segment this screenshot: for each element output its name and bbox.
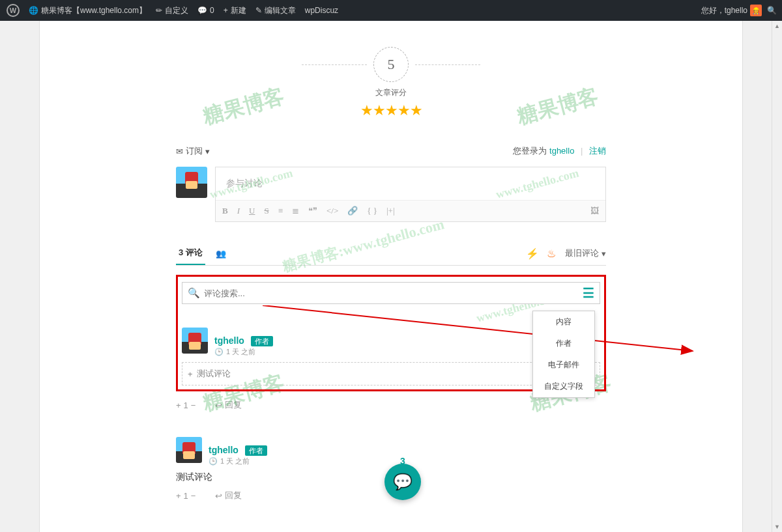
code-button[interactable]: </> (326, 206, 338, 216)
comment-avatar (182, 328, 208, 354)
tab-users-icon[interactable]: 👥 (216, 249, 226, 259)
rating-score: 5 (373, 47, 409, 82)
editor-toolbar: B I U S ≡ ≣ ❝❞ </> 🔗 { } |+| 🖼 (216, 200, 605, 221)
sort-dropdown[interactable]: 最旧评论 ▾ (565, 247, 606, 259)
reply-icon: ↩ (215, 491, 222, 501)
dropdown-item-content[interactable]: 内容 (533, 311, 594, 333)
rating-block: 5 文章评分 ★★★★★ (176, 47, 606, 119)
upvote-button[interactable]: + (176, 491, 181, 501)
clock-icon: 🕒 (209, 457, 218, 466)
author-badge: 作者 (245, 445, 267, 456)
scrollbar[interactable]: ▲ ▼ (772, 21, 782, 532)
page-content: 糖果博客 糖果博客 www.tghello.com www.tghello.co… (39, 21, 743, 532)
wp-admin-bar: W 🌐 糖果博客【www.tghello.com】 ✏ 自定义 💬 0 + 新建… (0, 0, 782, 21)
italic-button[interactable]: I (237, 206, 240, 216)
username-link[interactable]: tghello (549, 146, 574, 156)
vote-count: 1 (184, 491, 188, 501)
quote-button[interactable]: ❝❞ (308, 206, 317, 216)
comment-search[interactable]: 🔍 ☰ (182, 282, 600, 304)
comment-textarea[interactable]: 参与讨论 (216, 167, 605, 200)
author-badge: 作者 (251, 336, 273, 346)
reply-button[interactable]: ↩ 回复 (215, 490, 242, 501)
wpdiscuz-link[interactable]: wpDiscuz (305, 6, 338, 15)
comment-author[interactable]: tghello (209, 445, 239, 455)
comment-actions: + 1 − ↩ 回复 (176, 399, 606, 411)
dropdown-item-author[interactable]: 作者 (533, 333, 594, 354)
comment-author[interactable]: tghello (214, 335, 244, 346)
underline-button[interactable]: U (249, 206, 255, 216)
ul-button[interactable]: ≣ (292, 206, 299, 216)
comments-link[interactable]: 💬 0 (197, 6, 214, 15)
bolt-icon[interactable]: ⚡ (526, 247, 539, 260)
rating-label: 文章评分 (176, 87, 606, 98)
plus-button[interactable]: |+| (386, 206, 395, 216)
reply-icon: ↩ (215, 400, 222, 410)
scroll-down[interactable]: ▼ (772, 522, 782, 532)
fire-icon[interactable]: ♨ (547, 247, 556, 260)
user-avatar (176, 167, 207, 198)
login-info: 您登录为 tghello | 注销 (513, 145, 606, 157)
highlight-box: 🔍 ☰ 内容 作者 电子邮件 自定义字段 tghello 作者 (176, 275, 606, 391)
downvote-button[interactable]: − (191, 491, 196, 501)
comment-avatar (176, 437, 202, 463)
edit-post-link[interactable]: ✎ 编辑文章 (255, 5, 296, 16)
clock-icon: 🕒 (214, 348, 224, 356)
greeting[interactable]: 您好，tghello 👷 (701, 5, 762, 16)
search-icon: 🔍 (188, 287, 200, 299)
rating-stars[interactable]: ★★★★★ (176, 102, 606, 119)
hamburger-icon[interactable]: ☰ (583, 285, 594, 301)
dropdown-item-email[interactable]: 电子邮件 (533, 354, 594, 376)
comment-editor[interactable]: 参与讨论 B I U S ≡ ≣ ❝❞ </> 🔗 { } |+| 🖼 (215, 167, 606, 222)
chat-icon: 💬 (393, 473, 413, 491)
site-name[interactable]: 🌐 糖果博客【www.tghello.com】 (29, 5, 147, 16)
reply-button[interactable]: ↩ 回复 (215, 399, 242, 411)
upvote-button[interactable]: + (176, 400, 181, 410)
downvote-button[interactable]: − (191, 400, 196, 410)
link-button[interactable]: 🔗 (347, 206, 358, 216)
dropdown-item-custom[interactable]: 自定义字段 (533, 376, 594, 397)
bold-button[interactable]: B (222, 206, 228, 216)
wp-logo[interactable]: W (7, 4, 20, 17)
floating-comment-button[interactable]: 3 💬 (384, 464, 421, 500)
scroll-up[interactable]: ▲ (772, 21, 782, 31)
logout-link[interactable]: 注销 (589, 146, 606, 156)
plus-icon: + (188, 369, 193, 379)
subscribe-link[interactable]: ✉ 订阅 ▾ (176, 145, 210, 157)
image-button[interactable]: 🖼 (590, 206, 599, 216)
comment-tabs: 3 评论 👥 ⚡ ♨ 最旧评论 ▾ (176, 242, 606, 266)
new-link[interactable]: + 新建 (224, 5, 246, 16)
vote-count: 1 (184, 400, 188, 410)
tab-comments[interactable]: 3 评论 (176, 242, 205, 265)
float-badge: 3 (400, 456, 405, 466)
braces-button[interactable]: { } (367, 206, 377, 216)
ol-button[interactable]: ≡ (278, 206, 283, 216)
search-dropdown: 内容 作者 电子邮件 自定义字段 (532, 311, 595, 398)
search-input[interactable] (204, 288, 583, 298)
customize-link[interactable]: ✏ 自定义 (156, 5, 188, 16)
strike-button[interactable]: S (264, 206, 268, 216)
search-icon[interactable]: 🔍 (767, 6, 777, 15)
